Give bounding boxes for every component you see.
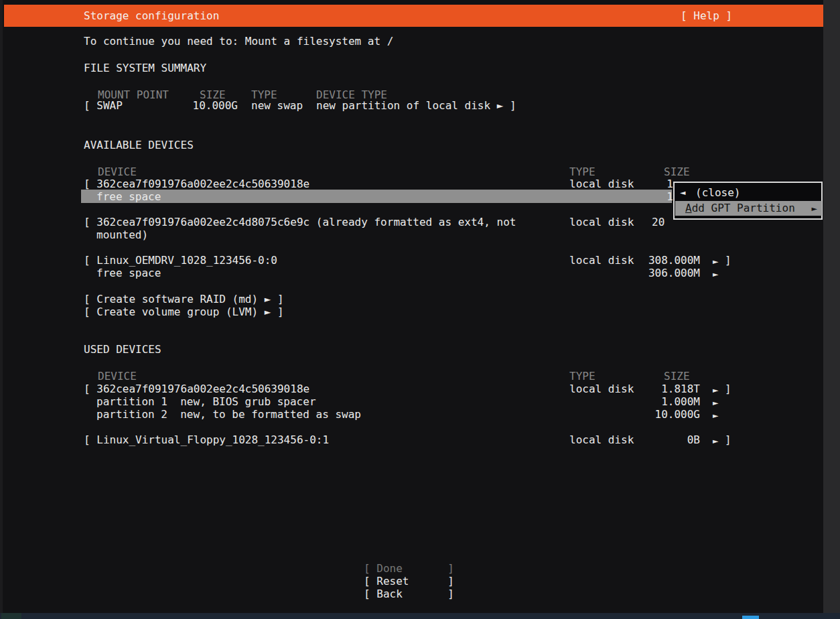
- size-cell: 10.000G: [181, 99, 238, 112]
- device-cell: [ 362cea7f091976a002ee2c4c50639018e: [84, 178, 309, 190]
- type-cell: new swap: [251, 99, 303, 112]
- context-menu: ◄ (close) Add GPT Partition ►: [673, 182, 823, 220]
- page-title: Storage configuration: [84, 9, 219, 22]
- expand-arrow-icon: ►: [713, 409, 718, 422]
- frame-bottom-left-segment: [1, 613, 21, 619]
- device-cell: free space: [96, 190, 161, 203]
- create-volume-group-button[interactable]: [ Create volume group (LVM) ► ]: [84, 305, 284, 318]
- help-button[interactable]: [ Help ]: [681, 9, 732, 22]
- device-cell: [ Linux_OEMDRV_1028_123456-0:0: [84, 254, 277, 267]
- device-cell: free space: [96, 267, 161, 279]
- row-close-bracket: ]: [725, 383, 731, 395]
- expand-arrow-icon: ►: [713, 384, 718, 397]
- arrow-right-icon: ►: [812, 203, 817, 214]
- type-cell: local disk: [569, 216, 634, 228]
- size-cell: 306.000M: [603, 267, 700, 279]
- selected-row-highlight: [81, 190, 672, 203]
- done-button[interactable]: [ Done ]: [364, 562, 454, 575]
- window-frame-right: [823, 0, 840, 613]
- column-header-device: DEVICE: [98, 370, 137, 383]
- intro-text: To continue you need to: Mount a filesys…: [84, 35, 393, 48]
- device-cell: partition 1 new, BIOS grub spacer: [96, 395, 316, 408]
- arrow-left-icon: ◄: [680, 187, 685, 198]
- row-close-bracket: ]: [725, 433, 731, 446]
- column-header-device: DEVICE: [98, 165, 137, 178]
- size-cell: 1.000M: [603, 395, 700, 408]
- column-header-size: SIZE: [664, 370, 690, 383]
- size-cell: 1: [603, 178, 673, 190]
- expand-arrow-icon: ►: [713, 435, 718, 448]
- mount-point-cell: [ SWAP: [84, 99, 123, 112]
- size-cell: 1: [603, 190, 673, 203]
- expand-arrow-icon: ►: [713, 397, 718, 409]
- device-cell-line2: mounted): [96, 228, 148, 241]
- window-frame-bottom: [0, 613, 840, 619]
- size-cell: 0B: [603, 433, 700, 446]
- expand-arrow-icon: ►: [713, 268, 718, 281]
- title-bar: Storage configuration [ Help ]: [4, 5, 823, 27]
- row-close-bracket: ]: [725, 254, 731, 267]
- device-cell: [ Linux_Virtual_Floppy_1028_123456-0:1: [84, 433, 329, 446]
- size-cell: 1.818T: [603, 383, 700, 395]
- create-software-raid-button[interactable]: [ Create software RAID (md) ► ]: [84, 293, 284, 305]
- device-cell: [ 362cea7f091976a002ee2c4c50639018e: [84, 383, 309, 395]
- column-header-size: SIZE: [664, 165, 690, 178]
- reset-button[interactable]: [ Reset ]: [364, 575, 454, 588]
- size-cell: 20: [652, 216, 664, 228]
- window-frame-left: [0, 0, 3, 613]
- installer-screen: Storage configuration [ Help ] To contin…: [0, 0, 840, 619]
- size-cell: 10.000G: [603, 408, 700, 421]
- frame-bottom-indicator: [742, 616, 759, 619]
- context-menu-close-item[interactable]: ◄ (close): [675, 186, 821, 200]
- device-cell: partition 2 new, to be formatted as swap: [96, 408, 361, 421]
- context-menu-add-gpt-partition-item[interactable]: Add GPT Partition ►: [675, 201, 822, 216]
- column-header-type: TYPE: [569, 165, 596, 178]
- size-cell: 308.000M: [603, 254, 700, 267]
- section-title-available-devices: AVAILABLE DEVICES: [84, 139, 194, 151]
- close-item-label: (close): [695, 186, 740, 199]
- section-title-used-devices: USED DEVICES: [84, 343, 161, 356]
- back-button[interactable]: [ Back ]: [364, 588, 454, 600]
- add-gpt-partition-label: Add GPT Partition: [685, 202, 795, 214]
- section-title-file-system-summary: FILE SYSTEM SUMMARY: [84, 62, 206, 74]
- device-cell: [ 362cea7f091976a002ee2c4d8075c6e9c (alr…: [84, 216, 516, 228]
- device-type-cell: new partition of local disk ► ]: [316, 99, 516, 112]
- expand-arrow-icon: ►: [713, 255, 718, 268]
- column-header-type: TYPE: [569, 370, 596, 383]
